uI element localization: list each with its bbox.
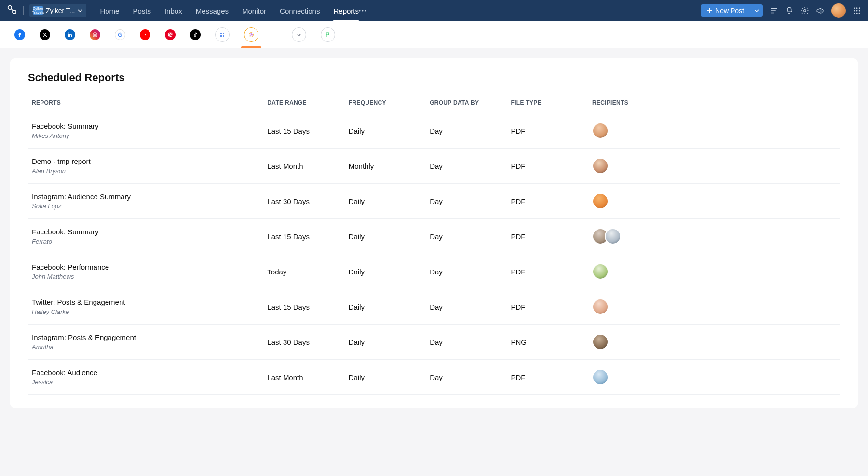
col-reports: REPORTS bbox=[28, 93, 263, 113]
chevron-down-icon bbox=[78, 8, 82, 13]
nav-tab-reports[interactable]: Reports bbox=[333, 0, 359, 21]
top-navbar: ZylkerTravels Zylker T... HomePostsInbox… bbox=[0, 0, 868, 21]
new-post-label: New Post bbox=[715, 7, 744, 14]
svg-point-11 bbox=[859, 10, 860, 12]
svg-point-26 bbox=[251, 34, 252, 35]
cell-recipients bbox=[588, 219, 840, 254]
table-row[interactable]: Twitter: Posts & Engagement Hailey Clark… bbox=[28, 289, 840, 325]
ring-channel-icon[interactable] bbox=[244, 27, 258, 42]
nav-tabs: HomePostsInboxMessagesMonitorConnections… bbox=[100, 0, 359, 21]
table-row[interactable]: Demo - tmp report Alan Bryson Last Month… bbox=[28, 149, 840, 184]
svg-point-0 bbox=[8, 6, 12, 9]
cell-report: Facebook: Audience Jessica bbox=[28, 360, 263, 395]
svg-point-18 bbox=[94, 34, 96, 36]
nav-tab-posts[interactable]: Posts bbox=[133, 0, 151, 21]
cell-report: Twitter: Posts & Engagement Hailey Clark… bbox=[28, 289, 263, 325]
gear-icon[interactable] bbox=[800, 6, 809, 15]
cell-file-type: PDF bbox=[507, 289, 588, 325]
channel-icons-row bbox=[0, 21, 868, 48]
main-panel: Scheduled Reports REPORTS DATE RANGE FRE… bbox=[10, 58, 858, 408]
cell-file-type: PDF bbox=[507, 113, 588, 149]
recipients-group bbox=[592, 263, 836, 280]
cell-date-range: Last 15 Days bbox=[263, 219, 344, 254]
report-title: Facebook: Summary bbox=[32, 122, 259, 130]
cell-group-by: Day bbox=[426, 289, 507, 325]
cell-file-type: PNG bbox=[507, 325, 588, 360]
svg-point-4 bbox=[365, 10, 366, 12]
report-title: Facebook: Summary bbox=[32, 228, 259, 236]
youtube-channel-icon[interactable] bbox=[140, 29, 150, 40]
col-file-type: FILE TYPE bbox=[507, 93, 588, 113]
bell-icon[interactable] bbox=[785, 6, 794, 15]
cell-group-by: Day bbox=[426, 254, 507, 289]
apps-grid-icon[interactable] bbox=[853, 6, 861, 15]
cell-recipients bbox=[588, 184, 840, 219]
linkedin-channel-icon[interactable] bbox=[65, 29, 75, 40]
cell-group-by: Day bbox=[426, 360, 507, 395]
menu-lines-icon[interactable] bbox=[770, 6, 778, 15]
svg-rect-23 bbox=[223, 35, 224, 37]
cell-file-type: PDF bbox=[507, 149, 588, 184]
tiktok-channel-icon[interactable] bbox=[190, 29, 201, 40]
report-title: Facebook: Audience bbox=[32, 368, 259, 377]
facebook-channel-icon[interactable] bbox=[14, 29, 25, 40]
nav-tab-monitor[interactable]: Monitor bbox=[242, 0, 266, 21]
svg-point-1 bbox=[13, 10, 16, 14]
nav-more-icon[interactable] bbox=[359, 10, 366, 12]
cell-recipients bbox=[588, 149, 840, 184]
svg-point-2 bbox=[359, 10, 360, 12]
recipient-avatar bbox=[592, 334, 609, 350]
megaphone-icon[interactable] bbox=[816, 6, 825, 15]
recipients-group bbox=[592, 228, 836, 245]
new-post-dropdown[interactable] bbox=[750, 4, 763, 17]
report-title: Instagram: Audience Summary bbox=[32, 192, 259, 201]
table-row[interactable]: Instagram: Posts & Engagement Amritha La… bbox=[28, 325, 840, 360]
app-logo-icon[interactable] bbox=[7, 4, 17, 17]
instagram-channel-icon[interactable] bbox=[90, 29, 100, 40]
nav-tab-messages[interactable]: Messages bbox=[196, 0, 229, 21]
recipients-group bbox=[592, 369, 836, 385]
table-row[interactable]: Facebook: Summary Mikes Antony Last 15 D… bbox=[28, 113, 840, 149]
table-row[interactable]: Facebook: Performance John Matthews Toda… bbox=[28, 254, 840, 289]
link-channel-icon[interactable] bbox=[292, 27, 306, 42]
cell-report: Facebook: Summary Ferrato bbox=[28, 219, 263, 254]
brand-icon: ZylkerTravels bbox=[33, 6, 43, 15]
flag-channel-icon[interactable] bbox=[321, 27, 335, 42]
svg-point-5 bbox=[804, 10, 806, 12]
svg-point-12 bbox=[854, 13, 855, 14]
cell-report: Instagram: Audience Summary Sofia Lopz bbox=[28, 184, 263, 219]
report-author: Jessica bbox=[32, 379, 259, 386]
recipients-group bbox=[592, 299, 836, 315]
x-channel-icon[interactable] bbox=[40, 29, 50, 40]
cell-frequency: Daily bbox=[345, 325, 426, 360]
cell-recipients bbox=[588, 113, 840, 149]
svg-point-14 bbox=[859, 13, 860, 14]
grid-channel-icon[interactable] bbox=[215, 27, 230, 42]
brand-name: Zylker T... bbox=[46, 7, 75, 14]
table-row[interactable]: Facebook: Summary Ferrato Last 15 Days D… bbox=[28, 219, 840, 254]
page-title: Scheduled Reports bbox=[28, 71, 840, 84]
svg-point-7 bbox=[856, 7, 858, 9]
cell-file-type: PDF bbox=[507, 219, 588, 254]
brand-selector[interactable]: ZylkerTravels Zylker T... bbox=[29, 4, 86, 17]
nav-tab-inbox[interactable]: Inbox bbox=[164, 0, 182, 21]
recipient-avatar bbox=[592, 158, 609, 174]
cell-date-range: Today bbox=[263, 254, 344, 289]
google-channel-icon[interactable] bbox=[115, 29, 125, 40]
new-post-button[interactable]: New Post bbox=[701, 4, 750, 17]
cell-report: Facebook: Summary Mikes Antony bbox=[28, 113, 263, 149]
cell-frequency: Monthly bbox=[345, 149, 426, 184]
cell-file-type: PDF bbox=[507, 360, 588, 395]
table-row[interactable]: Instagram: Audience Summary Sofia Lopz L… bbox=[28, 184, 840, 219]
nav-tab-home[interactable]: Home bbox=[100, 0, 119, 21]
user-avatar[interactable] bbox=[831, 3, 846, 18]
table-row[interactable]: Facebook: Audience Jessica Last Month Da… bbox=[28, 360, 840, 395]
cell-frequency: Daily bbox=[345, 219, 426, 254]
pinterest-channel-icon[interactable] bbox=[165, 29, 176, 40]
svg-rect-21 bbox=[223, 33, 224, 34]
svg-point-16 bbox=[68, 32, 69, 33]
svg-point-13 bbox=[856, 13, 858, 14]
chevron-down-icon bbox=[754, 8, 759, 13]
nav-tab-connections[interactable]: Connections bbox=[280, 0, 320, 21]
cell-frequency: Daily bbox=[345, 184, 426, 219]
